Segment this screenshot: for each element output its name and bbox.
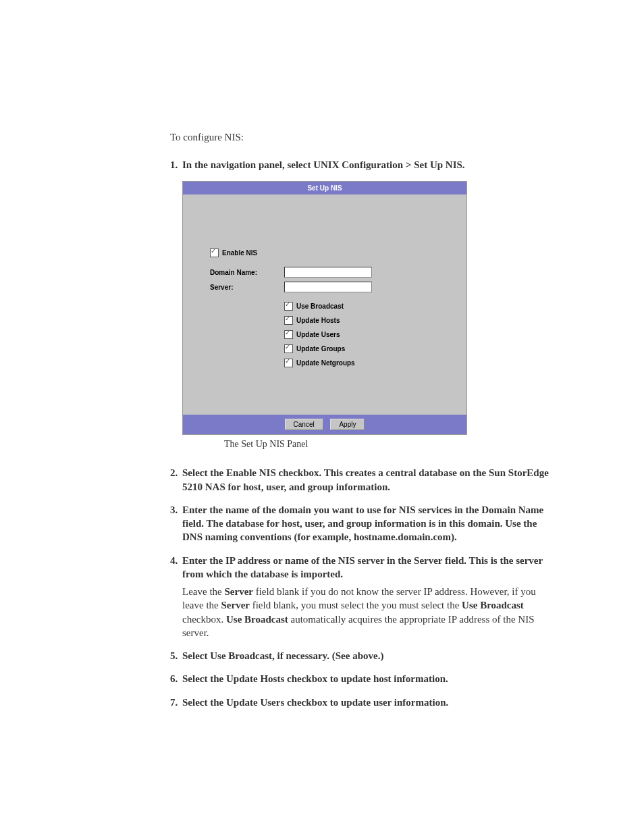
panel-body: Enable NIS Domain Name: Server: Use Broa…	[183, 194, 466, 415]
update-netgroups-checkbox[interactable]	[284, 359, 293, 367]
step-7-num: 7.	[170, 696, 178, 709]
enable-nis-checkbox[interactable]	[210, 249, 219, 257]
step-3: 3. Enter the name of the domain you want…	[170, 503, 556, 544]
step-1: 1. In the navigation panel, select UNIX …	[170, 158, 556, 172]
step-7: 7. Select the Update Users checkbox to u…	[170, 696, 556, 709]
nis-panel: Set Up NIS Enable NIS Domain Name: Serve…	[182, 181, 467, 435]
step-3-num: 3.	[170, 503, 178, 517]
update-users-label: Update Users	[296, 331, 340, 338]
step-4-body: Leave the Server field blank if you do n…	[182, 585, 556, 640]
panel-footer: Cancel Apply	[183, 415, 466, 434]
step-4-body-b2: Server	[221, 600, 249, 610]
panel-title: Set Up NIS	[183, 182, 466, 194]
step-5: 5. Select Use Broadcast, if necessary. (…	[170, 649, 556, 662]
domain-name-input[interactable]	[284, 267, 372, 278]
step-2: 2. Select the Enable NIS checkbox. This …	[170, 466, 556, 494]
panel-caption: The Set Up NIS Panel	[224, 439, 556, 450]
update-hosts-checkbox[interactable]	[284, 316, 293, 325]
step-3-text: Enter the name of the domain you want to…	[182, 504, 543, 543]
step-6: 6. Select the Update Hosts checkbox to u…	[170, 672, 556, 685]
step-5-num: 5.	[170, 649, 178, 662]
step-6-text: Select the Update Hosts checkbox to upda…	[182, 673, 448, 684]
step-4-body-t4: checkbox.	[182, 614, 226, 625]
server-label: Server:	[210, 284, 284, 291]
enable-nis-label: Enable NIS	[222, 249, 257, 257]
update-groups-label: Update Groups	[296, 345, 345, 353]
step-4-body-t3: field blank, you must select the you mus…	[250, 600, 462, 610]
server-input[interactable]	[284, 282, 372, 292]
step-4-text: Enter the IP address or name of the NIS …	[182, 555, 543, 579]
step-4-body-t1: Leave the	[182, 586, 224, 597]
update-groups-checkbox[interactable]	[284, 344, 293, 353]
step-2-num: 2.	[170, 466, 178, 479]
update-users-checkbox[interactable]	[284, 330, 293, 339]
update-hosts-label: Update Hosts	[296, 317, 340, 324]
step-1-num: 1.	[170, 158, 178, 172]
intro-text: To configure NIS:	[170, 132, 556, 143]
cancel-button[interactable]: Cancel	[285, 419, 323, 430]
step-4-body-b3: Use Broadcast	[462, 600, 524, 610]
step-6-num: 6.	[170, 672, 178, 685]
step-1-text: In the navigation panel, select UNIX Con…	[182, 159, 465, 170]
step-4: 4. Enter the IP address or name of the N…	[170, 554, 556, 640]
step-7-text: Select the Update Users checkbox to upda…	[182, 697, 448, 708]
update-netgroups-label: Update Netgroups	[296, 359, 355, 367]
step-2-text: Select the Enable NIS checkbox. This cre…	[182, 467, 549, 492]
step-5-text: Select Use Broadcast, if necessary. (See…	[182, 650, 383, 661]
use-broadcast-label: Use Broadcast	[296, 303, 344, 310]
step-4-body-b1: Server	[224, 586, 252, 597]
apply-button[interactable]: Apply	[330, 419, 365, 430]
step-4-body-b4: Use Broadcast	[226, 614, 288, 625]
step-4-num: 4.	[170, 554, 178, 567]
use-broadcast-checkbox[interactable]	[284, 302, 293, 311]
domain-name-label: Domain Name:	[210, 269, 284, 276]
